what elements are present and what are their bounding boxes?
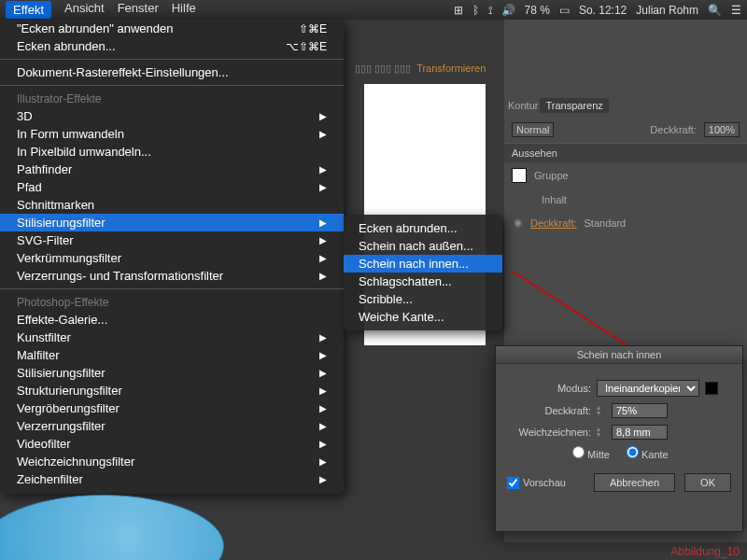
appearance-deckkraft-link[interactable]: Deckkraft: [530,217,577,229]
submenu-schein-aussen[interactable]: Schein nach außen... [344,237,502,255]
battery-icon[interactable]: ▭ [559,4,570,17]
effekt-dropdown: "Ecken abrunden" anwenden ⇧⌘E Ecken abru… [0,20,344,494]
menu-kunstfilter[interactable]: Kunstfilter▶ [0,329,344,346]
l: Pathfinder [17,162,72,176]
chevron-right-icon: ▶ [319,235,327,245]
chevron-right-icon: ▶ [319,403,327,413]
chevron-right-icon: ▶ [319,474,327,484]
time-text[interactable]: So. 12:12 [579,4,627,17]
menu-ecken-shortcut: ⌥⇧⌘E [286,40,327,53]
l: Weichzeichnungsfilter [17,455,134,469]
grid-icon[interactable]: ⊞ [454,4,463,17]
menu-zeichenfilter[interactable]: Zeichenfilter▶ [0,470,344,488]
user-text[interactable]: Julian Rohm [636,4,698,17]
panel-aussehen-title[interactable]: Aussehen [504,143,747,162]
volume-icon[interactable]: 🔊 [501,4,515,17]
menu-fenster[interactable]: Fenster [118,1,159,19]
tab-kontur[interactable]: Kontur [508,100,538,111]
chevron-right-icon: ▶ [319,439,327,449]
menu-ecken-label: Ecken abrunden... [17,39,116,53]
menu-3d[interactable]: 3D▶ [0,107,344,125]
section-illustrator: Illustrator-Effekte [0,90,344,107]
l: In Pixelbild umwandeln... [17,145,151,159]
l: SVG-Filter [17,233,74,247]
submenu-schlagschatten[interactable]: Schlagschatten... [344,273,502,290]
ok-button[interactable]: OK [684,473,731,492]
artwork-shape[interactable] [0,495,224,560]
menu-apply-last[interactable]: "Ecken abrunden" anwenden ⇧⌘E [0,20,344,37]
menu-svg-filter[interactable]: SVG-Filter▶ [0,231,344,249]
transform-link[interactable]: Transformieren [416,63,486,74]
menu-pathfinder[interactable]: Pathfinder▶ [0,161,344,178]
menu-stilisierung-ps[interactable]: Stilisierungsfilter▶ [0,364,344,382]
dialog-title: Schein nach innen [496,346,742,364]
blend-mode-select[interactable]: Normal [512,122,554,137]
chevron-right-icon: ▶ [319,385,327,396]
separator [0,85,344,86]
weichzeichnen-label: Weichzeichnen: [507,427,591,438]
menu-in-form[interactable]: In Form umwandeln▶ [0,125,344,143]
chevron-right-icon: ▶ [319,217,327,228]
modus-select[interactable]: Ineinanderkopieren [597,380,699,397]
bluetooth-icon[interactable]: ᛒ [472,4,479,17]
wifi-icon[interactable]: ⟟ [488,4,492,17]
vorschau-label: Vorschau [523,477,566,488]
menu-malfilter[interactable]: Malfilter▶ [0,346,344,364]
menu-videofilter[interactable]: Videofilter▶ [0,435,344,453]
weichzeichnen-input[interactable] [612,425,668,440]
chevron-right-icon: ▶ [319,350,327,360]
menu-stilisierungsfilter[interactable]: Stilisierungsfilter▶ [0,214,344,231]
menu-icon[interactable]: ☰ [731,4,741,17]
l: Vergröberungsfilter [17,401,120,415]
menu-pixelbild[interactable]: In Pixelbild umwandeln... [0,143,344,161]
l: 3D [17,109,33,123]
opacity-input[interactable]: 100% [704,122,740,137]
submenu-weiche-kante[interactable]: Weiche Kante... [344,308,502,326]
menu-vergroeberung[interactable]: Vergröberungsfilter▶ [0,399,344,417]
chevron-right-icon: ▶ [319,111,327,121]
separator [0,288,344,289]
menu-weichzeichnung[interactable]: Weichzeichnungsfilter▶ [0,453,344,470]
menu-ecken-abrunden[interactable]: Ecken abrunden... ⌥⇧⌘E [0,37,344,55]
eye-icon[interactable]: ◉ [514,217,523,229]
submenu-scribble[interactable]: Scribble... [344,290,502,308]
l: Stilisierungsfilter [17,216,106,230]
submenu-ecken[interactable]: Ecken abrunden... [344,219,502,237]
radio-kante[interactable]: Kante [627,446,669,460]
schein-nach-innen-dialog: Schein nach innen Modus: Ineinanderkopie… [495,345,743,532]
spinner-icon[interactable]: ▴▾ [597,405,606,416]
vorschau-checkbox[interactable]: Vorschau [507,477,566,489]
cancel-button[interactable]: Abbrechen [594,473,675,492]
chevron-right-icon: ▶ [319,164,327,175]
submenu-schein-innen[interactable]: Schein nach innen... [344,255,502,273]
radio-mitte[interactable]: Mitte [572,446,610,460]
menu-verzerrung-transform[interactable]: Verzerrungs- und Transformationsfilter▶ [0,267,344,285]
spotlight-icon[interactable]: 🔍 [708,4,722,17]
deckkraft-label: Deckkraft: [507,405,591,416]
menu-pfad[interactable]: Pfad▶ [0,178,344,196]
deckkraft-input[interactable] [612,403,668,418]
menu-strukturierung[interactable]: Strukturierungsfilter▶ [0,382,344,399]
chevron-right-icon: ▶ [319,332,327,343]
menu-schnittmarken[interactable]: Schnittmarken [0,196,344,214]
spinner-icon[interactable]: ▴▾ [597,427,606,438]
chevron-right-icon: ▶ [319,253,327,263]
menu-verzerrungsfilter[interactable]: Verzerrungsfilter▶ [0,417,344,435]
separator [0,59,344,60]
menu-ansicht[interactable]: Ansicht [64,1,105,19]
color-swatch[interactable] [705,382,718,395]
tab-transparenz[interactable]: Transparenz [540,98,608,113]
menu-effekte-galerie[interactable]: Effekte-Galerie... [0,311,344,329]
align-icons[interactable]: ▯▯▯ ▯▯▯ ▯▯▯ [355,63,411,75]
menu-apply-last-shortcut: ⇧⌘E [299,22,327,35]
menu-effekt[interactable]: Effekt [6,1,51,19]
l: Verzerrungsfilter [17,419,106,433]
l: Strukturierungsfilter [17,384,122,398]
menu-hilfe[interactable]: Hilfe [172,1,196,19]
l: Malfilter [17,348,60,362]
appearance-swatch[interactable] [512,168,527,183]
radio-kante-label: Kante [641,449,669,460]
mac-menu-bar: Effekt Ansicht Fenster Hilfe ⊞ ᛒ ⟟ 🔊 78 … [0,0,747,20]
menu-raster-settings[interactable]: Dokument-Rastereffekt-Einstellungen... [0,63,344,81]
menu-verkruemmung[interactable]: Verkrümmungsfilter▶ [0,249,344,267]
